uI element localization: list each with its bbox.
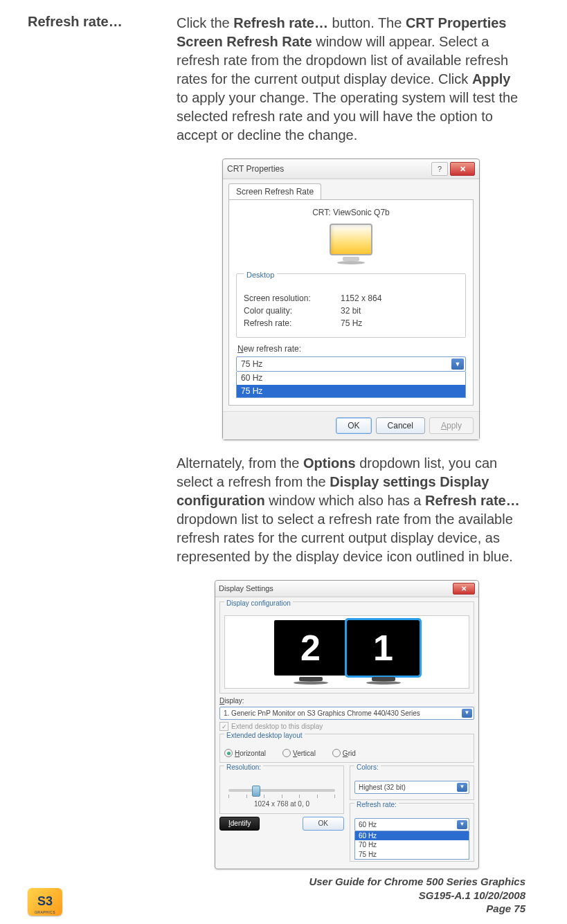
dialog-title: CRT Properties — [227, 163, 284, 174]
radio-label: Vertical — [293, 749, 316, 759]
monitors-row: 2 1 — [224, 615, 469, 689]
paragraph-2: Alternately, from the Options dropdown l… — [177, 454, 525, 566]
res-val: 1152 x 864 — [341, 293, 381, 304]
extend-desktop-checkbox: ✓ Extend desktop to this display — [219, 722, 323, 732]
radio-label: Horizontal — [235, 749, 266, 759]
dialog-titlebar[interactable]: Display Settings ✕ — [215, 581, 478, 597]
display-configuration-group: Display configuration 2 1 — [219, 601, 474, 694]
radio-vertical[interactable]: Vertical — [282, 749, 316, 759]
checkbox-icon: ✓ — [219, 722, 228, 731]
group-title: Extended desktop layout — [224, 731, 305, 741]
monitor-icon — [327, 224, 375, 265]
cq-key: Color quality: — [244, 305, 341, 316]
refresh-rate-dropdown-list: 60 Hz70 Hz75 Hz — [354, 831, 469, 860]
footer-line1: User Guide for Chrome 500 Series Graphic… — [309, 875, 525, 889]
cancel-button[interactable]: Cancel — [376, 417, 425, 434]
radio-grid[interactable]: Grid — [332, 749, 356, 759]
crt-properties-dialog: CRT Properties ? ✕ Screen Refresh Rate C… — [222, 158, 480, 440]
close-button[interactable]: ✕ — [450, 162, 475, 176]
desktop-groupbox: Desktop Screen resolution:1152 x 864 Col… — [236, 273, 466, 338]
dropdown-option[interactable]: 75 Hz — [237, 385, 465, 397]
chevron-down-icon: ▼ — [457, 820, 467, 829]
display-dropdown[interactable]: 1. Generic PnP Monitor on S3 Graphics Ch… — [219, 707, 474, 720]
refresh-rate-group: Refresh rate: 60 Hz ▼ 60 Hz70 Hz75 Hz — [350, 803, 474, 862]
s3-logo: S3 GRAPHICS — [28, 888, 62, 916]
refresh-rate-dropdown[interactable]: 75 Hz ▼ — [236, 356, 466, 372]
new-refresh-label: New refresh rate: — [237, 343, 466, 354]
page-number: 75 — [514, 903, 525, 914]
apply-button[interactable]: Apply — [429, 417, 474, 434]
dropdown-option[interactable]: 70 Hz — [355, 840, 469, 850]
rr-key: Refresh rate: — [244, 318, 341, 329]
ok-button[interactable]: OK — [303, 817, 344, 831]
display-label: Display: — [219, 696, 474, 706]
group-title: Colors: — [354, 763, 381, 772]
dropdown-option[interactable]: 75 Hz — [355, 850, 469, 860]
dialog-title: Display Settings — [219, 583, 273, 594]
tab-screen-refresh-rate[interactable]: Screen Refresh Rate — [228, 183, 321, 199]
group-title: Resolution: — [224, 763, 263, 772]
radio-horizontal[interactable]: Horizontal — [224, 749, 266, 759]
footer-line2: SG195-A.1 10/20/2008 — [309, 889, 525, 903]
colors-dropdown[interactable]: Highest (32 bit) ▼ — [354, 781, 469, 794]
group-title: Desktop — [244, 270, 277, 280]
rr-val: 75 Hz — [341, 318, 362, 329]
res-key: Screen resolution: — [244, 293, 341, 304]
radio-label: Grid — [343, 749, 356, 759]
extended-layout-group: Extended desktop layout HorizontalVertic… — [219, 734, 474, 763]
refresh-rate-dropdown[interactable]: 60 Hz ▼ — [354, 818, 469, 831]
slider-thumb[interactable] — [252, 786, 260, 797]
monitor-2-icon[interactable]: 2 — [274, 620, 347, 676]
chevron-down-icon: ▼ — [462, 709, 472, 718]
resolution-value: 1024 x 768 at 0, 0 — [224, 799, 339, 809]
group-title: Refresh rate: — [354, 800, 399, 810]
help-button[interactable]: ? — [431, 162, 448, 176]
dialog-titlebar[interactable]: CRT Properties ? ✕ — [223, 159, 479, 179]
crt-model-label: CRT: ViewSonic Q7b — [236, 207, 466, 218]
radio-icon — [224, 749, 233, 757]
page-label: Page — [486, 903, 514, 914]
radio-icon — [282, 749, 291, 757]
resolution-slider[interactable] — [228, 789, 335, 792]
cq-val: 32 bit — [341, 305, 361, 316]
radio-icon — [332, 749, 341, 757]
close-button[interactable]: ✕ — [453, 583, 475, 595]
monitor-1-icon[interactable]: 1 — [347, 620, 420, 676]
dropdown-value: Highest (32 bit) — [359, 783, 406, 792]
paragraph-1: Click the Refresh rate… button. The CRT … — [177, 14, 525, 145]
dropdown-value: 1. Generic PnP Monitor on S3 Graphics Ch… — [224, 709, 420, 718]
dropdown-option[interactable]: 60 Hz — [355, 831, 469, 841]
dropdown-value: 75 Hz — [241, 359, 262, 370]
identify-button[interactable]: Identify — [219, 817, 260, 831]
dropdown-value: 60 Hz — [359, 820, 377, 830]
chevron-down-icon: ▼ — [451, 359, 464, 370]
display-settings-dialog: Display Settings ✕ Display configuration… — [215, 580, 479, 869]
dropdown-option[interactable]: 60 Hz — [237, 372, 465, 384]
footer-text: User Guide for Chrome 500 Series Graphic… — [309, 875, 525, 916]
chevron-down-icon: ▼ — [457, 783, 467, 792]
group-title: Display configuration — [224, 599, 293, 608]
ok-button[interactable]: OK — [336, 417, 371, 434]
resolution-group: Resolution: 1024 x 768 at 0, 0 — [219, 766, 344, 814]
refresh-rate-dropdown-list: 60 Hz75 Hz — [236, 372, 466, 397]
colors-group: Colors: Highest (32 bit) ▼ — [350, 766, 474, 800]
section-heading: Refresh rate… — [28, 14, 149, 869]
